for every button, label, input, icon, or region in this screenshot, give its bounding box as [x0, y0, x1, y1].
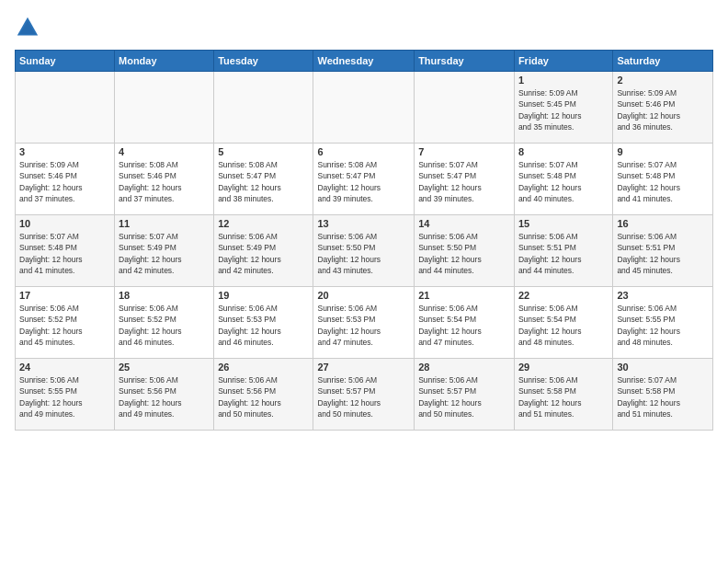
day-info: Sunrise: 5:06 AM Sunset: 5:57 PM Dayligh…: [317, 374, 410, 419]
calendar-cell: 4Sunrise: 5:08 AM Sunset: 5:46 PM Daylig…: [115, 144, 214, 215]
day-info: Sunrise: 5:06 AM Sunset: 5:52 PM Dayligh…: [119, 303, 210, 348]
day-info: Sunrise: 5:06 AM Sunset: 5:53 PM Dayligh…: [317, 303, 410, 348]
calendar-cell: 12Sunrise: 5:06 AM Sunset: 5:49 PM Dayli…: [214, 215, 313, 287]
day-info: Sunrise: 5:06 AM Sunset: 5:55 PM Dayligh…: [617, 303, 709, 348]
day-number: 19: [218, 290, 309, 301]
calendar-cell: 15Sunrise: 5:06 AM Sunset: 5:51 PM Dayli…: [514, 215, 612, 287]
day-number: 26: [218, 362, 309, 373]
calendar-cell: 20Sunrise: 5:06 AM Sunset: 5:53 PM Dayli…: [313, 287, 415, 359]
day-number: 28: [418, 362, 510, 373]
day-info: Sunrise: 5:06 AM Sunset: 5:51 PM Dayligh…: [518, 231, 609, 276]
day-info: Sunrise: 5:06 AM Sunset: 5:50 PM Dayligh…: [317, 231, 410, 276]
day-info: Sunrise: 5:06 AM Sunset: 5:56 PM Dayligh…: [119, 374, 210, 419]
logo: [15, 15, 42, 40]
day-info: Sunrise: 5:06 AM Sunset: 5:54 PM Dayligh…: [518, 303, 609, 348]
calendar-cell: 21Sunrise: 5:06 AM Sunset: 5:54 PM Dayli…: [415, 287, 515, 359]
weekday-header-friday: Friday: [514, 51, 612, 72]
calendar-cell: 13Sunrise: 5:06 AM Sunset: 5:50 PM Dayli…: [313, 215, 415, 287]
day-number: 27: [317, 362, 410, 373]
weekday-header-monday: Monday: [115, 51, 214, 72]
day-number: 7: [418, 146, 510, 157]
calendar-cell: [115, 72, 214, 144]
calendar-week-2: 3Sunrise: 5:09 AM Sunset: 5:46 PM Daylig…: [16, 144, 713, 215]
day-number: 11: [119, 218, 210, 229]
day-number: 23: [617, 290, 709, 301]
calendar-cell: 7Sunrise: 5:07 AM Sunset: 5:47 PM Daylig…: [415, 144, 515, 215]
calendar-week-3: 10Sunrise: 5:07 AM Sunset: 5:48 PM Dayli…: [16, 215, 713, 287]
day-info: Sunrise: 5:07 AM Sunset: 5:48 PM Dayligh…: [19, 231, 110, 276]
day-number: 3: [19, 146, 110, 157]
calendar-cell: 29Sunrise: 5:06 AM Sunset: 5:58 PM Dayli…: [514, 359, 612, 431]
day-info: Sunrise: 5:07 AM Sunset: 5:48 PM Dayligh…: [617, 159, 709, 204]
calendar-cell: 11Sunrise: 5:07 AM Sunset: 5:49 PM Dayli…: [115, 215, 214, 287]
day-number: 4: [119, 146, 210, 157]
day-number: 20: [317, 290, 410, 301]
calendar-cell: 24Sunrise: 5:06 AM Sunset: 5:55 PM Dayli…: [16, 359, 115, 431]
day-number: 1: [518, 75, 609, 86]
calendar-cell: 14Sunrise: 5:06 AM Sunset: 5:50 PM Dayli…: [415, 215, 515, 287]
day-number: 2: [617, 75, 709, 86]
calendar-cell: [214, 72, 313, 144]
day-info: Sunrise: 5:06 AM Sunset: 5:58 PM Dayligh…: [518, 374, 609, 419]
day-number: 22: [518, 290, 609, 301]
day-info: Sunrise: 5:08 AM Sunset: 5:46 PM Dayligh…: [119, 159, 210, 204]
calendar-cell: [415, 72, 515, 144]
day-number: 17: [19, 290, 110, 301]
header: [15, 15, 713, 40]
day-info: Sunrise: 5:06 AM Sunset: 5:56 PM Dayligh…: [218, 374, 309, 419]
day-number: 5: [218, 146, 309, 157]
day-info: Sunrise: 5:09 AM Sunset: 5:46 PM Dayligh…: [617, 87, 709, 132]
day-number: 18: [119, 290, 210, 301]
day-info: Sunrise: 5:07 AM Sunset: 5:49 PM Dayligh…: [119, 231, 210, 276]
weekday-header-saturday: Saturday: [613, 51, 713, 72]
day-info: Sunrise: 5:07 AM Sunset: 5:48 PM Dayligh…: [518, 159, 609, 204]
weekday-header-sunday: Sunday: [16, 51, 115, 72]
calendar-cell: 27Sunrise: 5:06 AM Sunset: 5:57 PM Dayli…: [313, 359, 415, 431]
calendar-week-5: 24Sunrise: 5:06 AM Sunset: 5:55 PM Dayli…: [16, 359, 713, 431]
day-info: Sunrise: 5:06 AM Sunset: 5:57 PM Dayligh…: [418, 374, 510, 419]
weekday-header-row: SundayMondayTuesdayWednesdayThursdayFrid…: [16, 51, 713, 72]
calendar-cell: 9Sunrise: 5:07 AM Sunset: 5:48 PM Daylig…: [613, 144, 713, 215]
day-info: Sunrise: 5:06 AM Sunset: 5:54 PM Dayligh…: [418, 303, 510, 348]
calendar-cell: 17Sunrise: 5:06 AM Sunset: 5:52 PM Dayli…: [16, 287, 115, 359]
calendar-cell: [313, 72, 415, 144]
day-info: Sunrise: 5:07 AM Sunset: 5:58 PM Dayligh…: [617, 374, 709, 419]
calendar-cell: [16, 72, 115, 144]
day-info: Sunrise: 5:06 AM Sunset: 5:52 PM Dayligh…: [19, 303, 110, 348]
calendar-cell: 25Sunrise: 5:06 AM Sunset: 5:56 PM Dayli…: [115, 359, 214, 431]
calendar-cell: 26Sunrise: 5:06 AM Sunset: 5:56 PM Dayli…: [214, 359, 313, 431]
day-info: Sunrise: 5:09 AM Sunset: 5:46 PM Dayligh…: [19, 159, 110, 204]
day-info: Sunrise: 5:07 AM Sunset: 5:47 PM Dayligh…: [418, 159, 510, 204]
calendar-cell: 30Sunrise: 5:07 AM Sunset: 5:58 PM Dayli…: [613, 359, 713, 431]
calendar-cell: 18Sunrise: 5:06 AM Sunset: 5:52 PM Dayli…: [115, 287, 214, 359]
page: SundayMondayTuesdayWednesdayThursdayFrid…: [0, 0, 728, 563]
day-number: 24: [19, 362, 110, 373]
calendar-cell: 19Sunrise: 5:06 AM Sunset: 5:53 PM Dayli…: [214, 287, 313, 359]
calendar-cell: 23Sunrise: 5:06 AM Sunset: 5:55 PM Dayli…: [613, 287, 713, 359]
weekday-header-tuesday: Tuesday: [214, 51, 313, 72]
calendar-week-4: 17Sunrise: 5:06 AM Sunset: 5:52 PM Dayli…: [16, 287, 713, 359]
day-info: Sunrise: 5:06 AM Sunset: 5:50 PM Dayligh…: [418, 231, 510, 276]
day-info: Sunrise: 5:06 AM Sunset: 5:53 PM Dayligh…: [218, 303, 309, 348]
day-number: 10: [19, 218, 110, 229]
calendar-cell: 8Sunrise: 5:07 AM Sunset: 5:48 PM Daylig…: [514, 144, 612, 215]
calendar-cell: 2Sunrise: 5:09 AM Sunset: 5:46 PM Daylig…: [613, 72, 713, 144]
day-number: 6: [317, 146, 410, 157]
day-number: 9: [617, 146, 709, 157]
day-number: 30: [617, 362, 709, 373]
calendar: SundayMondayTuesdayWednesdayThursdayFrid…: [15, 50, 713, 431]
day-number: 25: [119, 362, 210, 373]
calendar-week-1: 1Sunrise: 5:09 AM Sunset: 5:45 PM Daylig…: [16, 72, 713, 144]
calendar-cell: 10Sunrise: 5:07 AM Sunset: 5:48 PM Dayli…: [16, 215, 115, 287]
day-number: 13: [317, 218, 410, 229]
calendar-cell: 6Sunrise: 5:08 AM Sunset: 5:47 PM Daylig…: [313, 144, 415, 215]
day-info: Sunrise: 5:09 AM Sunset: 5:45 PM Dayligh…: [518, 87, 609, 132]
calendar-cell: 16Sunrise: 5:06 AM Sunset: 5:51 PM Dayli…: [613, 215, 713, 287]
calendar-cell: 28Sunrise: 5:06 AM Sunset: 5:57 PM Dayli…: [415, 359, 515, 431]
day-number: 15: [518, 218, 609, 229]
calendar-cell: 1Sunrise: 5:09 AM Sunset: 5:45 PM Daylig…: [514, 72, 612, 144]
day-number: 8: [518, 146, 609, 157]
day-info: Sunrise: 5:08 AM Sunset: 5:47 PM Dayligh…: [317, 159, 410, 204]
day-info: Sunrise: 5:06 AM Sunset: 5:55 PM Dayligh…: [19, 374, 110, 419]
day-info: Sunrise: 5:08 AM Sunset: 5:47 PM Dayligh…: [218, 159, 309, 204]
